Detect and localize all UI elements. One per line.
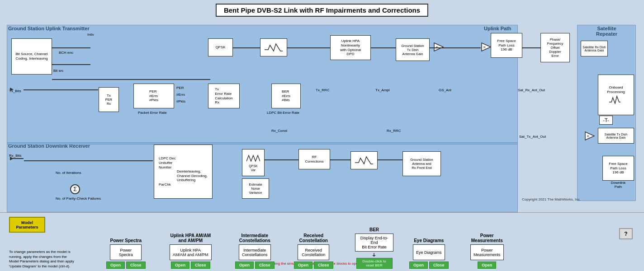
svg-text:K: K <box>587 134 590 138</box>
error-rate-calc-block[interactable]: Tx Error Rate Calculation Rx <box>208 84 240 108</box>
square-root-rx-block[interactable] <box>350 151 378 169</box>
wire-txbits <box>24 89 98 90</box>
sat-tx-ant-out-label: Sat_Tx_Ant_Out <box>519 135 546 139</box>
packet-error-rate-block[interactable]: PER #Errs #Pkts <box>133 84 174 108</box>
power-spectra-close-btn[interactable]: Close <box>126 262 146 269</box>
deinterleave-block[interactable]: LDPC Dec Unbuffer NumIter Deinterleaving… <box>154 145 213 199</box>
model-params-button[interactable]: Model Parameters <box>9 217 45 233</box>
per-wire-label: PER <box>176 86 184 90</box>
svg-marker-8 <box>10 157 14 160</box>
rx-rrc-label: Rx_RRC <box>387 129 401 133</box>
svg-text:K: K <box>483 45 486 49</box>
power-spectra-block[interactable]: PowerSpectra <box>110 244 142 260</box>
sat-rx-dish-area: Satellite Rx DishAntenna Gain <box>581 41 608 56</box>
gs-tx-gain-icon: K <box>433 42 444 52</box>
estimate-noise-block[interactable]: EstimateNoiseVariance <box>242 178 269 199</box>
uplink-hpa-buttons: Open Close <box>171 262 210 269</box>
gs-ant-rx-block[interactable]: Ground StationAntenna andRx Front End <box>402 151 441 176</box>
hpa-block[interactable]: Uplink HPANonlinearitywith OptionalDPD <box>330 35 371 60</box>
free-space-tx-label: Free SpacePath Loss196 dB <box>497 39 516 52</box>
per-label: Packet Error Rate <box>138 111 167 115</box>
phase-freq-label: Phase/FrequencyOffsetDopplerError <box>547 37 563 58</box>
wire-qpsk-rfcorr <box>265 159 298 160</box>
ldpc-ber-label: LDPC Bit Error Rate <box>267 111 299 115</box>
qpsk-demod-block[interactable]: QPSKVar <box>242 149 265 176</box>
ber-block[interactable]: Display End-to-EndBit Error Rate <box>355 234 393 252</box>
free-space-rx-label: Free SpacePath Loss196 dB <box>609 162 627 175</box>
main-canvas: Bent Pipe DVB-S2 Link with RF Impairment… <box>0 0 644 271</box>
uplink-hpa-title: Uplink HPA AM/AMand AM/PM <box>170 233 211 243</box>
bit-src-label: Bit src <box>53 69 63 73</box>
eye-diagrams-close-btn[interactable]: Close <box>429 262 449 269</box>
square-root-rx-icon <box>355 156 373 165</box>
wire-bch <box>52 64 90 65</box>
rx-const-label: Rx_Const <box>271 129 287 133</box>
svg-marker-9 <box>10 88 14 91</box>
sat-tx-dish-block[interactable]: Satellite Tx DishAntenna Gain <box>598 128 634 144</box>
sat-rx-dish-block[interactable]: Satellite Rx DishAntenna Gain <box>581 41 608 56</box>
wire-rfcorr-sqr <box>330 159 350 160</box>
gs-tx-dish-block[interactable]: Ground StationTx DishAntenna Gain <box>396 38 430 61</box>
square-root-tx-block[interactable] <box>260 38 287 56</box>
tx-per-block[interactable]: TxPERRx <box>99 87 119 112</box>
received-open-btn[interactable]: Open <box>294 262 313 269</box>
eye-diagrams-buttons: Open Close <box>409 262 449 269</box>
diagram-title: Bent Pipe DVB-S2 Link with RF Impairment… <box>216 4 428 17</box>
eye-diagrams-open-btn[interactable]: Open <box>409 262 428 269</box>
wire-qpsk-sqr <box>233 47 260 48</box>
phase-freq-block[interactable]: Phase/FrequencyOffsetDopplerError <box>540 33 570 62</box>
unbuffer-label: Unbuffer <box>159 161 208 165</box>
gs-ant-rx-label: Ground StationAntenna andRx Front End <box>410 158 433 170</box>
ber-arrow <box>355 253 393 257</box>
qpsk-mod-label: QPSK <box>215 45 225 50</box>
power-measurements-open-btn[interactable]: Open <box>478 262 496 269</box>
uplink-gain-block: K <box>481 42 492 54</box>
uplink-hpa-open-btn[interactable]: Open <box>171 262 189 269</box>
tx-bits-arrow <box>10 86 17 93</box>
intermediate-section: IntermediateConstellations IntermediateC… <box>235 233 275 269</box>
received-close-btn[interactable]: Close <box>314 262 333 269</box>
free-space-tx-block[interactable]: Free SpacePath Loss196 dB <box>491 33 522 58</box>
errs-wire-label: #Errs <box>176 93 185 97</box>
power-measurements-block[interactable]: PowerMeasurements <box>470 244 504 260</box>
wire-fsp-pf <box>522 47 540 48</box>
intermediate-open-btn[interactable]: Open <box>235 262 254 269</box>
eye-diagrams-title: Eye Diagrams <box>414 238 444 243</box>
rf-corrections-block[interactable]: RFCorrections <box>298 149 330 169</box>
received-block[interactable]: ReceivedConstellation <box>298 244 329 260</box>
numiter-label: NumIter <box>159 165 208 170</box>
power-spectra-open-btn[interactable]: Open <box>106 262 125 269</box>
qpsk-mod-block[interactable]: QPSK <box>208 38 233 56</box>
ber-display-block[interactable]: BER #Errs #Bits <box>271 84 301 108</box>
intermediate-block[interactable]: IntermediateConstellations <box>239 244 271 260</box>
info-text: To change parameters as the model is run… <box>9 250 77 269</box>
qpsk-demod-label: QPSKVar <box>249 164 257 172</box>
uplink-hpa-block[interactable]: Uplink HPAAM/AM and AM/PM <box>170 244 212 260</box>
t-symbol-block: -T- <box>599 116 613 125</box>
bch-enc-label: BCH enc <box>59 51 73 55</box>
copyright-text: Copyright 2021 The MathWorks, Inc. <box>522 197 581 201</box>
svg-marker-7 <box>372 255 376 257</box>
received-buttons: Open Close <box>294 262 333 269</box>
onboard-processing-block[interactable]: OnboardProcessing <box>598 75 634 115</box>
tx-ampl-label: Tx_Ampl <box>375 88 390 92</box>
no-parity-label: No. of Parity-Check Failures <box>56 196 101 201</box>
free-space-rx-block[interactable]: Free SpacePath Loss196 dB <box>602 156 634 181</box>
sat-rx-ant-out-label: Sat_Rx_Ant_Out <box>518 88 545 92</box>
bit-source-block[interactable]: Bit Source, Channel Coding, Interleaving <box>11 38 52 75</box>
sat-tx-gain-icon: K <box>584 131 595 141</box>
ber-reset-btn[interactable]: Double-click toreset BER <box>356 258 393 269</box>
parchk-label: ParChk <box>159 182 208 187</box>
power-measurements-section: PowerMeasurements PowerMeasurements Open <box>470 233 504 269</box>
eye-diagrams-block[interactable]: Eye Diagrams <box>413 244 445 260</box>
intermediate-buttons: Open Close <box>235 262 275 269</box>
sum-block: Σ <box>70 184 80 194</box>
help-button[interactable]: ? <box>619 228 633 239</box>
no-iterations-label: No. of Iterations <box>56 171 81 175</box>
onboard-processing-label: OnboardProcessing <box>607 85 625 94</box>
intermediate-close-btn[interactable]: Close <box>255 262 275 269</box>
power-spectra-section: Power Spectra PowerSpectra Open Close <box>106 238 146 269</box>
pkts-wire-label: #Pkts <box>176 99 185 103</box>
uplink-hpa-close-btn[interactable]: Close <box>191 262 210 269</box>
tx-rrc-label: Tx_RRC <box>316 88 330 92</box>
